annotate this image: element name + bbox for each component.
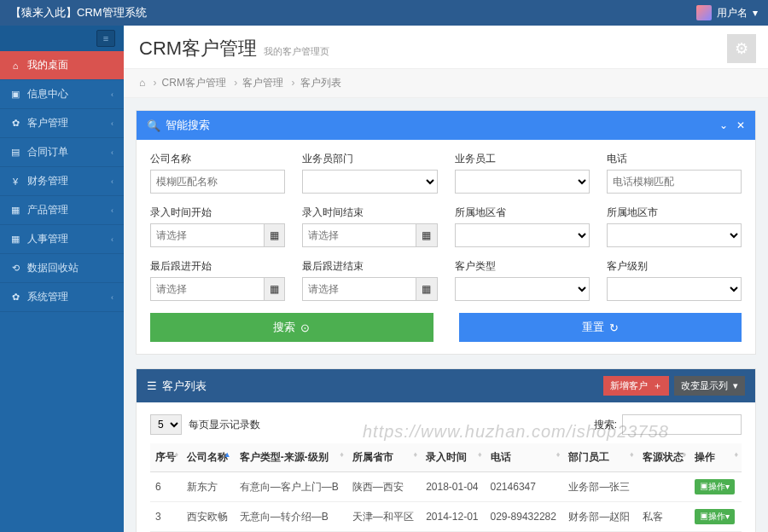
- sidebar-collapse-button[interactable]: ≡: [96, 30, 115, 47]
- menu-icon: ▣: [10, 89, 20, 100]
- calendar-icon[interactable]: ▦: [416, 277, 437, 301]
- chevron-down-icon: ▾: [733, 380, 738, 391]
- phone-input[interactable]: [607, 170, 742, 194]
- breadcrumb-item[interactable]: CRM客户管理: [162, 77, 226, 89]
- app-title: 【猿来入此】CRM管理系统: [10, 5, 147, 20]
- sidebar-item-2[interactable]: ✿客户管理‹: [0, 109, 124, 138]
- sort-icon: ♦: [340, 450, 344, 459]
- staff-select[interactable]: [455, 170, 590, 194]
- menu-icon: ▦: [10, 234, 20, 245]
- plus-icon: ＋: [653, 379, 662, 392]
- list-panel: ☰客户列表 新增客户＋ 改变显示列 ▾ 5 每页显示记录数 搜索:: [136, 368, 756, 532]
- row-action-button[interactable]: ▣操作▾: [695, 509, 735, 524]
- topbar: 【猿来入此】CRM管理系统 用户名 ▾: [0, 0, 768, 26]
- city-select[interactable]: [607, 223, 742, 247]
- gear-icon: ⚙: [735, 39, 748, 58]
- sort-icon: ♦: [478, 450, 482, 459]
- column-header[interactable]: 客源状态♦: [637, 443, 690, 472]
- page-title: CRM客户管理: [139, 36, 257, 61]
- sort-icon: ♦: [556, 450, 561, 459]
- breadcrumb: ⌂ ›CRM客户管理 ›客户管理 ›客户列表: [124, 68, 768, 98]
- search-button[interactable]: 搜索 ⊙: [150, 313, 433, 342]
- calendar-icon[interactable]: ▦: [416, 223, 437, 247]
- calendar-icon[interactable]: ▦: [264, 277, 285, 301]
- list-panel-header: ☰客户列表 新增客户＋ 改变显示列 ▾: [137, 369, 755, 402]
- chevron-left-icon: ‹: [111, 293, 113, 302]
- sidebar-item-5[interactable]: ▦产品管理‹: [0, 196, 124, 225]
- company-input[interactable]: [150, 170, 285, 194]
- column-header[interactable]: 所属省市♦: [347, 443, 421, 472]
- home-icon[interactable]: ⌂: [139, 77, 145, 89]
- chevron-left-icon: ‹: [111, 206, 113, 215]
- sort-icon: ▲: [224, 450, 231, 459]
- sidebar: ≡ ⌂我的桌面▣信息中心‹✿客户管理‹▤合同订单‹¥财务管理‹▦产品管理‹▦人事…: [0, 26, 124, 532]
- menu-icon: ⌂: [10, 61, 20, 71]
- menu-icon: ✿: [10, 118, 20, 129]
- chevron-left-icon: ‹: [111, 177, 113, 186]
- column-header[interactable]: 录入时间♦: [421, 443, 485, 472]
- sidebar-item-6[interactable]: ▦人事管理‹: [0, 225, 124, 254]
- follow-end-input[interactable]: [302, 277, 416, 301]
- sort-icon: ♦: [414, 450, 418, 459]
- search-icon: 🔍: [147, 119, 160, 132]
- dept-select[interactable]: [302, 170, 437, 194]
- table-row: 6新东方有意向—客户上门—B陕西—西安2018-01-0402146347业务部…: [150, 472, 742, 502]
- add-customer-button[interactable]: 新增客户＋: [603, 376, 669, 396]
- sidebar-item-1[interactable]: ▣信息中心‹: [0, 80, 124, 109]
- column-header[interactable]: 公司名称▲: [182, 443, 235, 472]
- customer-table: 序号♦公司名称▲客户类型-来源-级别♦所属省市♦录入时间♦电话♦部门员工♦客源状…: [150, 443, 742, 532]
- sort-icon: ♦: [630, 450, 634, 459]
- chevron-left-icon: ‹: [111, 119, 113, 128]
- sidebar-item-8[interactable]: ✿系统管理‹: [0, 283, 124, 312]
- hamburger-icon: ≡: [103, 33, 108, 43]
- collapse-icon[interactable]: ⌄: [719, 119, 728, 131]
- refresh-icon: ↻: [609, 321, 619, 334]
- sort-icon: ♦: [174, 450, 178, 459]
- menu-icon: ▤: [10, 147, 20, 158]
- follow-start-input[interactable]: [150, 277, 264, 301]
- entry-start-input[interactable]: [150, 223, 264, 247]
- column-header[interactable]: 序号♦: [150, 443, 182, 472]
- reset-button[interactable]: 重置 ↻: [459, 313, 742, 342]
- table-row: 3西安欧畅无意向—转介绍—B天津—和平区2014-12-01029-894322…: [150, 502, 742, 532]
- menu-icon: ▦: [10, 205, 20, 216]
- table-search-input[interactable]: [622, 414, 742, 435]
- row-action-button[interactable]: ▣操作▾: [695, 479, 735, 494]
- menu-icon: ✿: [10, 292, 20, 303]
- column-header[interactable]: 电话♦: [486, 443, 564, 472]
- chevron-left-icon: ‹: [111, 148, 113, 157]
- search-icon: ⊙: [300, 321, 310, 334]
- avatar: [696, 5, 712, 20]
- breadcrumb-item: 客户列表: [300, 77, 341, 89]
- province-select[interactable]: [455, 223, 590, 247]
- column-header[interactable]: 客户类型-来源-级别♦: [235, 443, 347, 472]
- sidebar-item-0[interactable]: ⌂我的桌面: [0, 51, 124, 80]
- list-icon: ☰: [147, 379, 157, 392]
- chevron-down-icon: ▾: [753, 7, 758, 19]
- sidebar-item-4[interactable]: ¥财务管理‹: [0, 167, 124, 196]
- sort-icon: ♦: [683, 450, 687, 459]
- user-menu[interactable]: 用户名 ▾: [696, 5, 758, 20]
- settings-button[interactable]: ⚙: [727, 34, 756, 63]
- user-label: 用户名: [717, 6, 748, 20]
- calendar-icon[interactable]: ▦: [264, 223, 285, 247]
- menu-icon: ¥: [10, 176, 20, 187]
- column-header[interactable]: 操作♦: [689, 443, 742, 472]
- entry-end-input[interactable]: [302, 223, 416, 247]
- main-content: CRM客户管理 我的客户管理页 ⚙ ⌂ ›CRM客户管理 ›客户管理 ›客户列表…: [124, 26, 768, 532]
- sort-icon: ♦: [734, 450, 738, 459]
- column-header[interactable]: 部门员工♦: [563, 443, 637, 472]
- page-subtitle: 我的客户管理页: [264, 45, 329, 58]
- page-size-select[interactable]: 5: [150, 414, 182, 435]
- change-columns-button[interactable]: 改变显示列 ▾: [674, 376, 745, 396]
- sidebar-item-3[interactable]: ▤合同订单‹: [0, 138, 124, 167]
- breadcrumb-item[interactable]: 客户管理: [242, 77, 283, 89]
- search-panel: 🔍智能搜索 ⌄ ✕ 公司名称 业务员部门 业务员工 电话 录入时间开始▦ 录入时…: [136, 110, 756, 355]
- sidebar-item-7[interactable]: ⟲数据回收站: [0, 254, 124, 283]
- menu-toggle-bar: ≡: [0, 26, 124, 51]
- cust-type-select[interactable]: [455, 277, 590, 301]
- search-panel-header: 🔍智能搜索 ⌄ ✕: [137, 111, 755, 140]
- close-icon[interactable]: ✕: [736, 119, 745, 131]
- cust-level-select[interactable]: [607, 277, 742, 301]
- chevron-left-icon: ‹: [111, 90, 113, 99]
